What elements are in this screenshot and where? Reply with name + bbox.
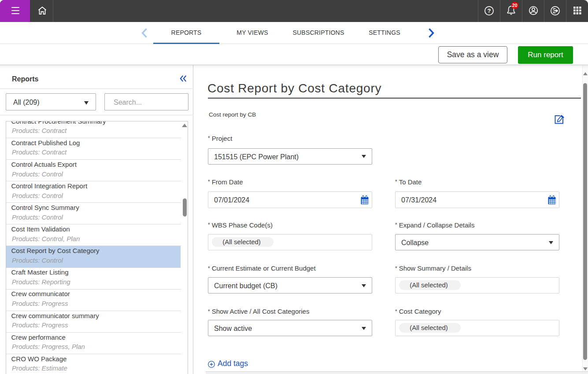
svg-text:?: ? <box>488 7 491 14</box>
